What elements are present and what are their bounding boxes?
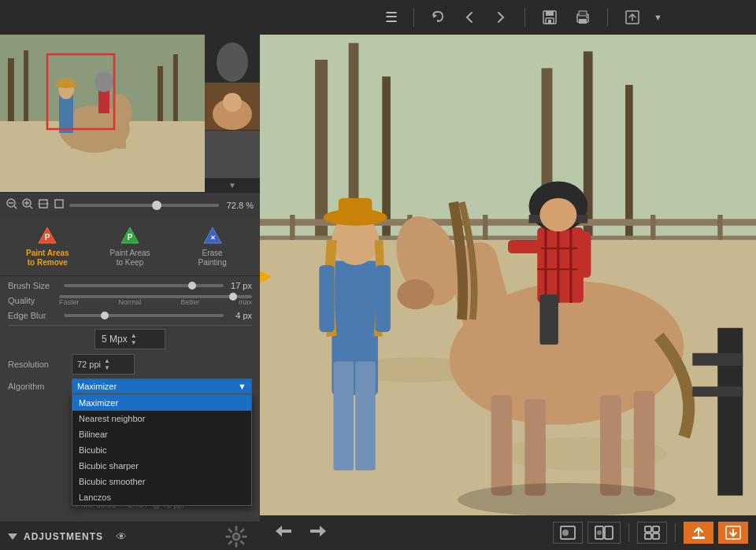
back-button[interactable] [458,6,480,28]
svg-rect-90 [355,361,376,470]
resolution-spinner-arrows[interactable]: ▲ ▼ [104,357,110,371]
export-button[interactable] [621,6,644,29]
print-button[interactable] [571,6,595,29]
strip-scroll-down[interactable]: ▼ [228,181,236,190]
algorithm-option-nearest[interactable]: Nearest neighbor [72,411,251,426]
thumb-item-3[interactable] [205,131,260,179]
fit-button[interactable] [38,198,49,212]
svg-point-120 [597,530,602,535]
spinner-down[interactable]: ▼ [131,339,137,346]
algorithm-option-bicubic-sharper[interactable]: Bicubic sharper [72,458,251,474]
svg-line-58 [240,541,244,544]
svg-marker-112 [276,526,282,537]
panel-arrow: ▶ [260,266,272,285]
spinner-up[interactable]: ▲ [131,332,137,339]
algorithm-option-bicubic-smoother[interactable]: Bicubic smoother [72,474,251,489]
bottom-toolbar-icons [553,522,748,544]
paint-tools-row: P Paint Areasto Remove P Paint Areasto K… [0,222,260,271]
svg-point-117 [562,530,569,536]
menu-icon: ☰ [385,9,398,26]
save-button[interactable] [538,6,561,29]
svg-point-52 [234,534,238,538]
adjustments-label: ADJUSTMENTS [24,531,103,542]
zoom-slider[interactable] [69,204,219,207]
zoom-out-button[interactable] [6,198,17,212]
quality-thumb[interactable] [229,293,237,301]
svg-rect-19 [102,123,112,149]
algorithm-selected[interactable]: Maximizer ▼ [72,378,252,394]
quality-slider[interactable] [59,295,252,298]
zoom-in-icon [22,198,33,209]
toolbar-right-section: ☰ [295,6,750,29]
keep-tool-icon: P [119,225,141,247]
svg-rect-107 [539,294,558,345]
undo-button[interactable] [427,6,449,28]
tool-keep[interactable]: P Paint Areasto Keep [98,225,161,268]
adjustments-eye-icon[interactable]: 👁 [116,530,127,543]
algorithm-label: Algorithm [8,382,67,391]
thumb-item-2[interactable] [205,83,260,131]
adjustments-triangle[interactable] [8,533,17,540]
next-button[interactable] [302,521,334,544]
svg-point-30 [217,42,248,82]
brush-size-row: Brush Size 17 px [8,281,252,290]
zoom-in-button[interactable] [22,198,33,212]
svg-rect-93 [339,198,372,220]
compare-split-button[interactable] [587,522,621,544]
svg-rect-34 [205,131,260,179]
svg-rect-85 [524,399,546,495]
prev-icon [274,524,293,538]
main-image-svg [260,35,756,550]
algorithm-option-bilinear[interactable]: Bilinear [72,426,251,442]
svg-rect-105 [508,240,542,253]
remove-tool-icon: P [36,225,58,247]
algorithm-option-bicubic[interactable]: Bicubic [72,442,251,458]
crop-icon [54,198,65,209]
svg-rect-12 [8,58,14,121]
svg-rect-14 [158,66,163,121]
svg-rect-44 [55,200,63,208]
export-final-button[interactable] [718,522,748,544]
size-spinner-arrows[interactable]: ▲ ▼ [131,332,137,346]
edge-blur-thumb[interactable] [101,312,109,319]
size-spinner[interactable]: 5 Mpx ▲ ▼ [94,329,165,349]
export-final-icon [725,526,741,540]
svg-rect-115 [310,530,320,533]
erase-tool-icon: ✕ [202,225,224,247]
svg-rect-95 [376,265,391,332]
algorithm-dropdown[interactable]: Maximizer ▼ Maximizer Nearest neighbor B… [72,378,252,394]
separator-2 [524,8,525,27]
thumb-item-1[interactable] [205,35,260,83]
main-content: ▼ [0,35,756,550]
grid-button[interactable] [637,522,667,544]
brush-size-label: Brush Size [8,281,59,290]
algorithm-option-lanczos[interactable]: Lanczos [72,489,251,505]
thumbnail-svg [0,35,205,192]
svg-text:P: P [128,233,133,242]
brush-size-thumb[interactable] [188,282,196,290]
controls-area: Brush Size 17 px Quality Faster Normal B… [0,276,260,522]
brush-size-slider[interactable] [64,284,224,287]
compare-single-button[interactable] [553,522,583,544]
left-panel: ▼ [0,35,260,550]
save-icon [541,9,558,26]
zoom-slider-thumb[interactable] [152,201,161,210]
upload-button[interactable] [684,522,713,544]
algorithm-option-maximizer[interactable]: Maximizer [72,395,251,411]
quality-label: Quality [8,296,59,305]
svg-text:✕: ✕ [209,234,215,242]
bottom-toolbar [260,515,756,550]
edge-blur-label: Edge Blur [8,311,59,320]
edge-blur-slider[interactable] [64,314,224,317]
zoom-out-icon [6,198,17,209]
adjustments-bar: ADJUSTMENTS 👁 [0,522,260,550]
resolution-spinner[interactable]: 72 ppi ▲ ▼ [72,354,135,375]
tool-remove[interactable]: P Paint Areasto Remove [16,225,79,268]
menu-button[interactable]: ☰ [382,6,401,29]
forward-button[interactable] [490,6,512,28]
crop-button[interactable] [54,198,65,212]
tool-erase[interactable]: ✕ ErasePainting [181,225,244,268]
thumbnail-strip: ▼ [205,35,260,192]
prev-button[interactable] [268,521,299,544]
erase-tool-label: ErasePainting [198,249,227,268]
